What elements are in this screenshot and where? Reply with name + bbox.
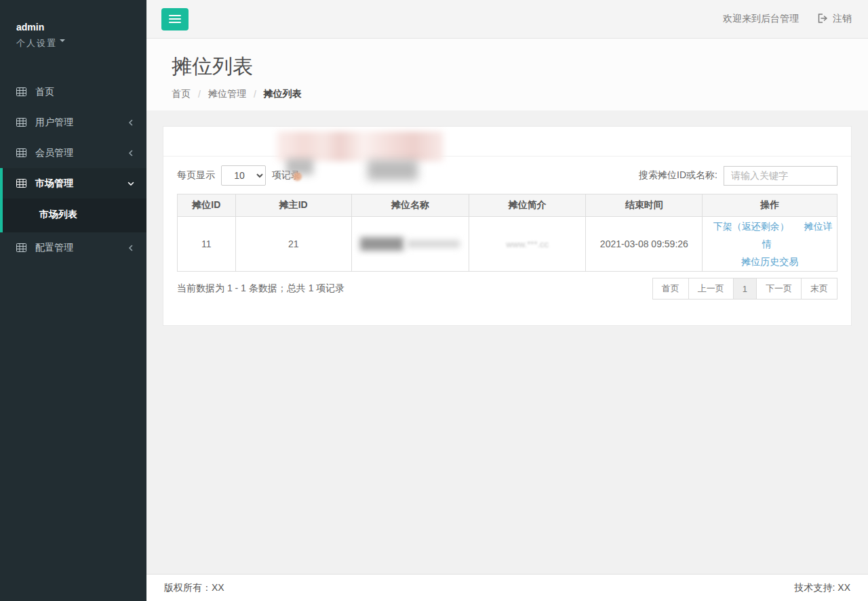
sidebar-group-market: 市场管理 市场列表 <box>0 168 146 232</box>
pagination-first-button[interactable]: 首页 <box>652 278 689 299</box>
stall-list-card: 每页显示 10 项记录 搜索摊位ID或名称: <box>163 126 852 326</box>
pagination-page-1-button[interactable]: 1 <box>733 278 757 299</box>
content-area: 每页显示 10 项记录 搜索摊位ID或名称: <box>146 110 868 574</box>
col-actions: 操作 <box>703 194 837 217</box>
sidebar-menu: 首页 用户管理 会员管理 <box>0 77 146 263</box>
username: admin <box>16 22 146 33</box>
sidebar-toggle-button[interactable] <box>161 8 189 30</box>
col-stall-name: 摊位名称 <box>351 194 469 217</box>
cell-owner-id: 21 <box>235 217 351 272</box>
pagination-prev-button[interactable]: 上一页 <box>688 278 734 299</box>
sidebar-item-config[interactable]: 配置管理 <box>0 232 146 263</box>
col-stall-id: 摊位ID <box>178 194 236 217</box>
sidebar-item-label: 配置管理 <box>35 242 73 254</box>
action-take-down-link[interactable]: 下架（返还剩余） <box>713 221 789 232</box>
breadcrumb: 首页 / 摊位管理 / 摊位列表 <box>172 88 868 100</box>
chevron-left-icon <box>127 245 134 251</box>
user-panel: admin 个人设置 <box>0 0 146 49</box>
chevron-left-icon <box>127 119 134 126</box>
grid-icon <box>16 118 28 127</box>
main-area: 欢迎来到后台管理 注销 摊位列表 首页 / 摊位管理 / 摊位列表 <box>146 0 868 601</box>
table-footer: 当前数据为 1 - 1 条数据；总共 1 项记录 首页 上一页 1 下一页 末页 <box>177 278 837 299</box>
user-settings-dropdown[interactable]: 个人设置 <box>16 37 146 49</box>
pagination: 首页 上一页 1 下一页 末页 <box>652 278 837 299</box>
breadcrumb-separator: / <box>254 89 256 100</box>
per-page-prefix: 每页显示 <box>177 169 215 182</box>
sidebar-item-home[interactable]: 首页 <box>0 77 146 107</box>
topbar-right: 欢迎来到后台管理 注销 <box>723 13 852 25</box>
caret-down-icon <box>60 39 65 45</box>
sidebar-item-label: 首页 <box>35 86 54 98</box>
col-stall-intro: 摊位简介 <box>469 194 586 217</box>
hamburger-icon <box>169 15 181 16</box>
breadcrumb-home[interactable]: 首页 <box>172 88 191 100</box>
card-header-strip <box>163 127 851 157</box>
cell-stall-intro-redacted: www.***.cc <box>469 217 586 272</box>
topbar: 欢迎来到后台管理 注销 <box>146 0 868 39</box>
cell-end-time: 2021-03-08 09:59:26 <box>586 217 703 272</box>
sidebar-item-market[interactable]: 市场管理 <box>3 168 146 199</box>
welcome-text: 欢迎来到后台管理 <box>723 13 799 25</box>
action-stall-history-link[interactable]: 摊位历史交易 <box>741 256 798 267</box>
search-input[interactable] <box>724 166 837 186</box>
breadcrumb-separator: / <box>198 89 201 100</box>
footer: 版权所有：XX 技术支持: XX <box>146 574 868 601</box>
sidebar-item-members[interactable]: 会员管理 <box>0 138 146 168</box>
records-summary: 当前数据为 1 - 1 条数据；总共 1 项记录 <box>177 283 344 295</box>
table-row: 11 21 www.***.cc 2021-03-08 09:59:26 <box>178 217 837 272</box>
chevron-down-icon <box>127 180 134 187</box>
cell-actions: 下架（返还剩余） 摊位详情 摊位历史交易 <box>703 217 837 272</box>
redacted-blur-block <box>368 160 418 180</box>
pagination-last-button[interactable]: 末页 <box>801 278 837 299</box>
chevron-left-icon <box>127 150 134 157</box>
user-settings-label: 个人设置 <box>16 38 57 48</box>
col-end-time: 结束时间 <box>586 194 703 217</box>
redacted-blur-block <box>360 237 403 251</box>
sidebar-item-label: 市场管理 <box>35 178 73 190</box>
stall-table: 摊位ID 摊主ID 摊位名称 摊位简介 结束时间 操作 11 2 <box>177 194 837 272</box>
sidebar-submenu-market: 市场列表 <box>3 199 146 232</box>
page-title: 摊位列表 <box>172 53 868 81</box>
grid-icon <box>16 148 28 157</box>
search-control: 搜索摊位ID或名称: <box>639 166 837 186</box>
sidebar-item-market-list[interactable]: 市场列表 <box>3 203 146 227</box>
redacted-blur-block <box>407 240 460 248</box>
breadcrumb-stall-manage[interactable]: 摊位管理 <box>208 88 246 100</box>
sidebar-item-users[interactable]: 用户管理 <box>0 107 146 138</box>
app-window: admin 个人设置 首页 用户管理 <box>0 0 868 601</box>
cell-stall-name-redacted <box>351 217 469 272</box>
tech-support-text: 技术支持: XX <box>795 582 850 594</box>
redacted-blur-dot <box>293 172 302 181</box>
redacted-text: www.***.cc <box>506 239 549 249</box>
copyright-text: 版权所有：XX <box>164 582 224 594</box>
logout-link[interactable]: 注销 <box>818 13 852 25</box>
grid-icon <box>16 179 28 188</box>
logout-icon <box>818 14 828 25</box>
pagination-next-button[interactable]: 下一页 <box>756 278 802 299</box>
sidebar-item-label: 会员管理 <box>35 147 73 159</box>
page-header: 摊位列表 首页 / 摊位管理 / 摊位列表 <box>146 39 868 110</box>
sidebar: admin 个人设置 首页 用户管理 <box>0 0 146 601</box>
logout-label: 注销 <box>833 13 852 25</box>
breadcrumb-current: 摊位列表 <box>264 88 302 100</box>
table-controls: 每页显示 10 项记录 搜索摊位ID或名称: <box>177 165 837 186</box>
col-owner-id: 摊主ID <box>235 194 351 217</box>
card-body: 每页显示 10 项记录 搜索摊位ID或名称: <box>163 157 851 325</box>
table-header-row: 摊位ID 摊主ID 摊位名称 摊位简介 结束时间 操作 <box>178 194 837 217</box>
grid-icon <box>16 243 28 252</box>
redacted-blur-block <box>277 131 443 161</box>
per-page-control: 每页显示 10 项记录 <box>177 165 300 186</box>
grid-icon <box>16 87 28 96</box>
search-label: 搜索摊位ID或名称: <box>639 169 717 182</box>
cell-stall-id: 11 <box>178 217 236 272</box>
per-page-select[interactable]: 10 <box>221 165 266 186</box>
sidebar-item-label: 用户管理 <box>35 117 73 129</box>
